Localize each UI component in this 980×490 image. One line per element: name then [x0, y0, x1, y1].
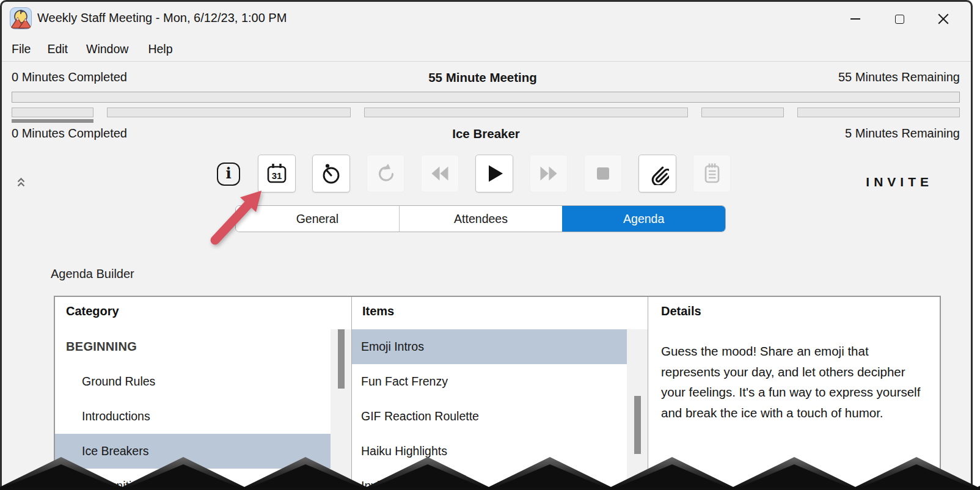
maximize-icon [895, 15, 904, 24]
segment-progress-labels: 0 Minutes Completed Ice Breaker 5 Minute… [12, 126, 960, 141]
play-button[interactable] [475, 155, 513, 192]
close-icon [937, 13, 949, 25]
category-item-ground-rules[interactable]: Ground Rules [55, 364, 331, 399]
screenshot-stage: Weekly Staff Meeting - Mon, 6/12/23, 1:0… [0, 0, 980, 490]
attachment-button[interactable] [638, 155, 676, 192]
agenda-segment-1 [107, 108, 351, 117]
fast-forward-button[interactable] [530, 155, 568, 192]
svg-text:31: 31 [272, 170, 282, 181]
collapse-button[interactable] [16, 177, 26, 188]
notes-button[interactable] [693, 155, 731, 192]
items-scrollbar-thumb[interactable] [634, 396, 641, 454]
info-button[interactable]: i [217, 163, 240, 186]
category-item-introductions[interactable]: Introductions [55, 399, 331, 434]
overall-remaining-label: 55 Minutes Remaining [838, 70, 960, 85]
stop-button[interactable] [584, 155, 622, 192]
category-header: Category [66, 304, 119, 318]
segment-completed-label: 0 Minutes Completed [12, 126, 127, 141]
agenda-segment-0 [12, 108, 93, 117]
rewind-icon [428, 162, 452, 185]
minimize-icon [850, 18, 860, 20]
paperclip-icon [646, 162, 669, 185]
menu-bar: File Edit Window Help [2, 37, 971, 62]
meeting-duration-label: 55 Minute Meeting [428, 70, 537, 85]
segment-bar [12, 108, 960, 117]
timer-icon [320, 162, 343, 185]
notes-icon [700, 162, 723, 185]
play-icon [483, 162, 506, 185]
info-icon: i [225, 166, 231, 181]
tab-agenda[interactable]: Agenda [562, 206, 725, 232]
details-header: Details [661, 304, 701, 318]
timer-button[interactable] [312, 155, 350, 192]
tab-attendees[interactable]: Attendees [399, 206, 563, 232]
stop-icon [591, 162, 615, 185]
invite-button[interactable]: INVITE [866, 175, 933, 189]
current-agenda-item-label: Ice Breaker [452, 126, 520, 141]
undo-button[interactable] [367, 155, 404, 192]
maximize-button[interactable] [882, 6, 917, 32]
calendar-icon: 31 [265, 162, 288, 185]
item-fun-fact-frenzy[interactable]: Fun Fact Frenzy [352, 364, 627, 399]
category-scrollbar-thumb[interactable] [338, 329, 345, 389]
undo-icon [374, 162, 397, 185]
app-icon [10, 7, 32, 29]
item-emoji-intros[interactable]: Emoji Intros [352, 329, 627, 364]
details-text: Guess the mood! Share an emoji that repr… [661, 341, 931, 423]
segment-remaining-label: 5 Minutes Remaining [845, 126, 960, 141]
fast-forward-icon [537, 162, 560, 185]
overall-progress-bar [12, 92, 960, 103]
window-title: Weekly Staff Meeting - Mon, 6/12/23, 1:0… [37, 11, 287, 25]
agenda-builder-label: Agenda Builder [51, 267, 134, 281]
menu-window[interactable]: Window [86, 42, 128, 56]
item-gif-reaction-roulette[interactable]: GIF Reaction Roulette [352, 399, 627, 434]
torn-edge [0, 452, 980, 490]
window-controls [838, 6, 961, 32]
menu-edit[interactable]: Edit [47, 42, 68, 56]
menu-help[interactable]: Help [148, 42, 172, 56]
agenda-segment-4 [797, 108, 960, 117]
category-group-label: BEGINNING [55, 329, 331, 364]
agenda-segment-2 [364, 108, 689, 117]
toolbar: 31 [258, 155, 731, 192]
items-header: Items [362, 304, 394, 318]
overall-completed-label: 0 Minutes Completed [12, 70, 127, 85]
rewind-button[interactable] [421, 155, 459, 192]
menu-file[interactable]: File [12, 42, 31, 56]
agenda-segment-3 [701, 108, 783, 117]
overall-progress-labels: 0 Minutes Completed 55 Minute Meeting 55… [12, 70, 960, 85]
minimize-button[interactable] [838, 6, 873, 32]
close-button[interactable] [926, 6, 961, 32]
title-bar: Weekly Staff Meeting - Mon, 6/12/23, 1:0… [2, 2, 971, 36]
tab-strip: General Attendees Agenda [235, 205, 726, 232]
app-window: Weekly Staff Meeting - Mon, 6/12/23, 1:0… [0, 0, 973, 490]
annotation-arrow [200, 183, 271, 249]
collapse-up-icon [16, 177, 26, 188]
